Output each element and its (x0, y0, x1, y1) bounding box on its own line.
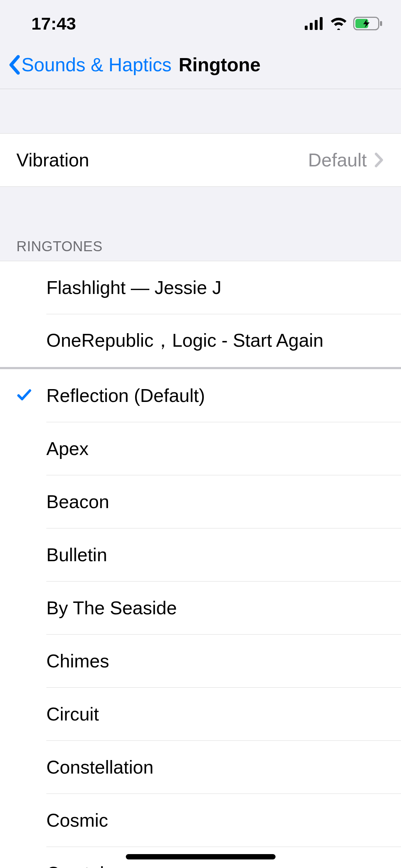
ringtone-row[interactable]: Cosmic (0, 794, 401, 847)
nav-bar: Sounds & Haptics Ringtone (0, 47, 401, 89)
nav-title: Ringtone (179, 54, 261, 76)
svg-rect-6 (380, 21, 382, 26)
ringtones-header: RINGTONES (0, 238, 119, 261)
ringtone-label: Reflection (Default) (46, 385, 401, 406)
svg-rect-0 (305, 26, 308, 30)
chevron-left-icon (7, 56, 21, 74)
svg-rect-2 (315, 20, 318, 30)
builtin-ringtones-group: Reflection (Default) Apex Beacon Bulleti… (0, 369, 401, 868)
cellular-signal-icon (305, 17, 324, 30)
ringtone-row[interactable]: Circuit (0, 688, 401, 740)
checkmark-icon (16, 387, 32, 404)
ringtone-row[interactable]: By The Seaside (0, 582, 401, 634)
home-indicator[interactable] (126, 854, 276, 859)
ringtone-label: OneRepublic，Logic - Start Again (46, 328, 401, 353)
section-gap (0, 89, 401, 133)
svg-rect-3 (320, 17, 323, 30)
wifi-icon (330, 17, 348, 30)
status-bar: 17:43 (0, 0, 401, 47)
ringtone-label: Bulletin (46, 544, 401, 565)
ringtone-row[interactable]: OneRepublic，Logic - Start Again (0, 314, 401, 367)
ringtone-label: Chimes (46, 650, 401, 672)
status-indicators (305, 17, 383, 30)
ringtone-row[interactable]: Constellation (0, 741, 401, 794)
status-time: 17:43 (31, 14, 76, 33)
vibration-row[interactable]: Vibration Default (0, 134, 401, 186)
vibration-section: Vibration Default (0, 133, 401, 187)
ringtone-row[interactable]: Beacon (0, 475, 401, 528)
ringtone-label: Crystals (46, 863, 401, 868)
ringtone-label: Beacon (46, 491, 401, 512)
battery-charging-icon (353, 17, 383, 30)
ringtone-label: Cosmic (46, 810, 401, 831)
custom-ringtones-group: Flashlight — Jessie J OneRepublic，Logic … (0, 261, 401, 367)
ringtone-label: Apex (46, 438, 401, 459)
back-label: Sounds & Haptics (21, 54, 171, 76)
chevron-right-icon (374, 153, 385, 167)
back-button[interactable]: Sounds & Haptics (7, 54, 171, 76)
svg-rect-1 (310, 23, 313, 30)
ringtone-label: Circuit (46, 703, 401, 725)
vibration-value: Default (308, 149, 367, 171)
ringtone-label: Flashlight — Jessie J (46, 277, 401, 298)
ringtones-header-container: RINGTONES (0, 187, 401, 261)
ringtone-row[interactable]: Flashlight — Jessie J (0, 261, 401, 314)
ringtone-label: Constellation (46, 756, 401, 778)
ringtone-row[interactable]: Apex (0, 422, 401, 475)
ringtone-label: By The Seaside (46, 597, 401, 619)
check-column (16, 387, 46, 404)
ringtone-row[interactable]: Bulletin (0, 528, 401, 581)
ringtone-row[interactable]: Reflection (Default) (0, 369, 401, 422)
vibration-label: Vibration (16, 149, 308, 171)
ringtone-row[interactable]: Chimes (0, 635, 401, 687)
